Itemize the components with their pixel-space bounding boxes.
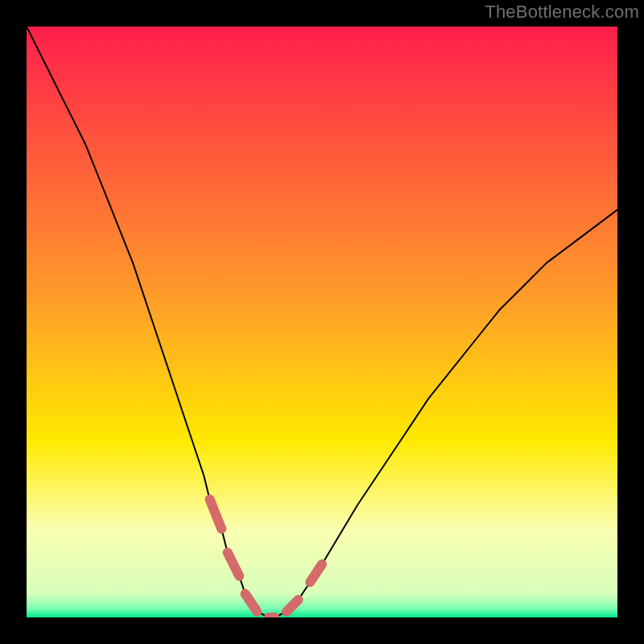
gradient-background [27,27,617,617]
chart-svg [27,27,617,617]
watermark-text: TheBottleneck.com [485,2,639,23]
chart-frame: TheBottleneck.com [0,0,644,644]
plot-area [27,27,617,617]
